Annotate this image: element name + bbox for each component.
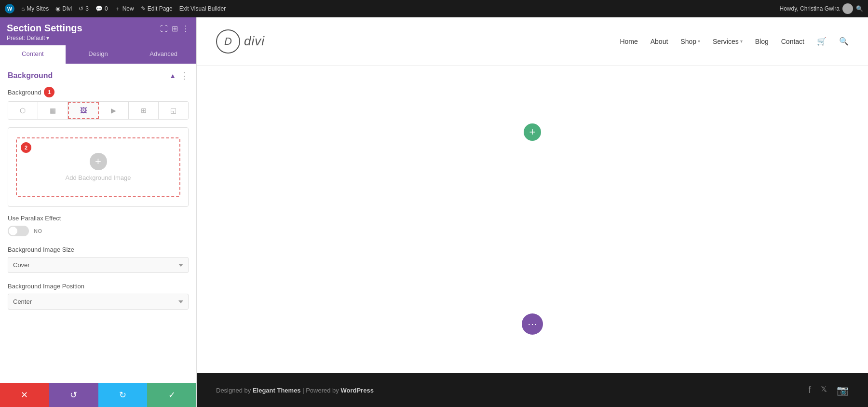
image-icon: 🖼	[80, 107, 87, 114]
gradient-icon: ▦	[50, 107, 56, 114]
pattern-icon: ⊞	[141, 107, 147, 114]
site-footer: Designed by Elegant Themes | Powered by …	[197, 373, 868, 407]
refresh-icon: ↺	[79, 5, 83, 12]
tabs-bar: Content Design Advanced	[0, 45, 196, 64]
edit-page-item[interactable]: ✎ Edit Page	[141, 5, 173, 12]
parallax-field-group: Use Parallax Effect NO	[8, 215, 189, 236]
preset-chevron-icon: ▾	[46, 35, 49, 41]
facebook-icon[interactable]: f	[808, 384, 811, 396]
add-image-label: Add Background Image	[66, 174, 131, 181]
cancel-button[interactable]: ✕	[0, 383, 49, 407]
columns-icon[interactable]: ⊞	[172, 24, 178, 33]
tab-design[interactable]: Design	[66, 45, 131, 64]
section-heading-title: Background	[8, 71, 53, 80]
canvas-area: + ⋯	[197, 66, 868, 373]
color-icon: ⬡	[20, 107, 26, 114]
right-content: D divi Home About Shop ▾ Services ▾	[197, 17, 868, 407]
panel-header: Section Settings Preset: Default ▾ ⛶ ⊞ ⋮	[0, 17, 196, 45]
home-icon: ⌂	[21, 5, 25, 12]
logo-text: divi	[244, 34, 265, 49]
tab-content[interactable]: Content	[0, 45, 66, 64]
nav-services[interactable]: Services ▾	[713, 38, 743, 45]
divi-icon: ◉	[55, 5, 60, 12]
cart-icon[interactable]: 🛒	[817, 37, 827, 46]
redo-button[interactable]: ↻	[98, 383, 148, 407]
new-item[interactable]: ＋ New	[115, 5, 134, 13]
footer-social: f 𝕏 📷	[808, 384, 849, 396]
comments-item[interactable]: 💬 0	[95, 5, 108, 12]
collapse-icon[interactable]: ▲	[169, 72, 176, 80]
image-size-field-group: Background Image Size Cover Contain Auto	[8, 246, 189, 273]
bg-type-mask[interactable]: ◱	[159, 102, 188, 119]
badge-2: 2	[21, 142, 31, 153]
add-section-button[interactable]: +	[524, 123, 541, 141]
footer-text: Designed by Elegant Themes | Powered by …	[216, 387, 374, 394]
parallax-toggle[interactable]	[8, 226, 29, 236]
nav-contact[interactable]: Contact	[781, 38, 804, 45]
fullscreen-icon[interactable]: ⛶	[160, 25, 168, 33]
background-field-label: Background 1	[8, 87, 189, 97]
tab-advanced[interactable]: Advanced	[131, 45, 196, 64]
panel-title: Section Settings	[7, 22, 82, 34]
nav-about[interactable]: About	[651, 38, 668, 45]
site-logo: D divi	[216, 29, 265, 54]
save-button[interactable]: ✓	[147, 383, 196, 407]
image-position-label: Background Image Position	[8, 283, 189, 290]
toggle-row: NO	[8, 226, 189, 236]
parallax-toggle-label: NO	[34, 228, 42, 234]
image-size-select[interactable]: Cover Contain Auto	[8, 257, 189, 273]
pencil-icon: ✎	[141, 5, 146, 12]
panel-preset[interactable]: Preset: Default ▾	[7, 35, 82, 41]
bottom-action-bar: ✕ ↺ ↻ ✓	[0, 383, 196, 407]
image-upload-area: 2 + Add Background Image	[8, 127, 189, 207]
nav-shop[interactable]: Shop ▾	[680, 38, 700, 45]
site-nav: Home About Shop ▾ Services ▾ Blog Contac	[620, 37, 849, 46]
comment-icon: 💬	[95, 5, 103, 12]
admin-bar: W ⌂ My Sites ◉ Divi ↺ 3 💬 0 ＋ New ✎ Edit…	[0, 0, 868, 17]
section-heading-controls: ▲ ⋮	[169, 70, 189, 81]
nav-blog[interactable]: Blog	[755, 38, 769, 45]
services-chevron-icon: ▾	[740, 39, 743, 44]
section-more-icon[interactable]: ⋮	[180, 70, 189, 81]
background-type-row: ⬡ ▦ 🖼 ▶ ⊞ ◱	[8, 101, 189, 120]
bg-type-video[interactable]: ▶	[99, 102, 129, 119]
wordpress-icon[interactable]: W	[5, 4, 14, 14]
nav-search-icon[interactable]: 🔍	[839, 37, 849, 46]
shop-chevron-icon: ▾	[698, 39, 700, 44]
undo-button[interactable]: ↺	[49, 383, 98, 407]
bg-type-gradient[interactable]: ▦	[38, 102, 68, 119]
twitter-icon[interactable]: 𝕏	[821, 384, 827, 396]
panel-header-icons: ⛶ ⊞ ⋮	[160, 24, 190, 33]
background-section-heading: Background ▲ ⋮	[8, 70, 189, 81]
divi-item[interactable]: ◉ Divi	[55, 5, 72, 12]
mask-icon: ◱	[170, 107, 176, 114]
panel-content: Background ▲ ⋮ Background 1 ⬡ ▦	[0, 64, 196, 383]
add-background-image-button[interactable]: 2 + Add Background Image	[16, 137, 180, 197]
bg-type-color[interactable]: ⬡	[8, 102, 38, 119]
section-settings-panel: Section Settings Preset: Default ▾ ⛶ ⊞ ⋮…	[0, 17, 197, 407]
add-plus-icon: +	[90, 153, 107, 170]
parallax-label: Use Parallax Effect	[8, 215, 189, 222]
admin-bar-right: Howdy, Christina Gwira 🔍	[780, 3, 863, 14]
site-header: D divi Home About Shop ▾ Services ▾	[197, 17, 868, 66]
exit-visual-builder-item[interactable]: Exit Visual Builder	[179, 5, 226, 12]
image-position-field-group: Background Image Position Center Top Lef…	[8, 283, 189, 310]
image-size-label: Background Image Size	[8, 246, 189, 253]
nav-home[interactable]: Home	[620, 38, 637, 45]
plus-icon: ＋	[115, 5, 121, 13]
more-icon[interactable]: ⋮	[182, 24, 190, 33]
instagram-icon[interactable]: 📷	[837, 384, 849, 396]
logo-circle: D	[216, 29, 240, 54]
avatar	[842, 3, 853, 14]
my-sites-item[interactable]: ⌂ My Sites	[21, 5, 49, 12]
user-label: Howdy, Christina Gwira	[780, 5, 840, 12]
search-icon[interactable]: 🔍	[856, 5, 863, 12]
more-options-button[interactable]: ⋯	[522, 313, 543, 335]
video-icon: ▶	[111, 107, 116, 114]
refresh-item[interactable]: ↺ 3	[79, 5, 89, 12]
main-layout: Section Settings Preset: Default ▾ ⛶ ⊞ ⋮…	[0, 17, 868, 407]
bg-type-pattern[interactable]: ⊞	[129, 102, 159, 119]
bg-type-image[interactable]: 🖼	[68, 102, 99, 119]
image-position-select[interactable]: Center Top Left Top Center Top Right Cen…	[8, 294, 189, 310]
panel-title-area: Section Settings Preset: Default ▾	[7, 22, 82, 41]
